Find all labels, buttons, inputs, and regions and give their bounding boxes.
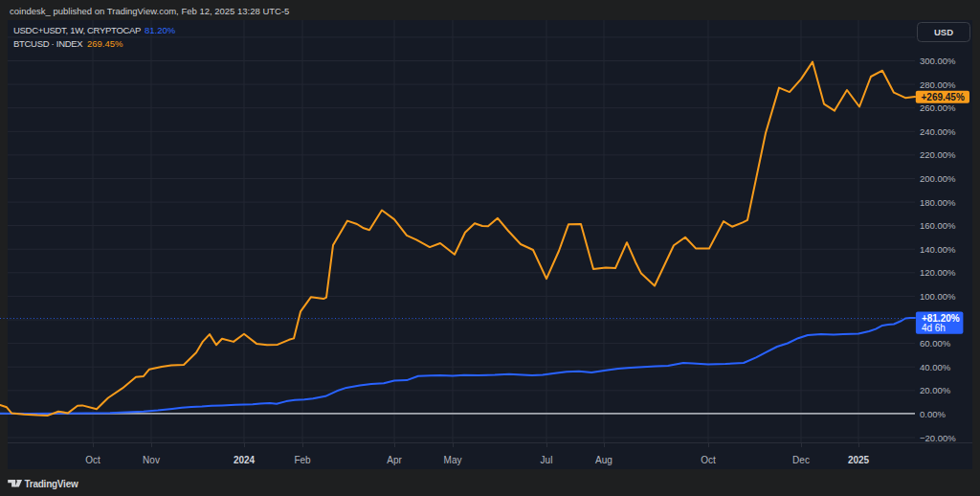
svg-text:Apr: Apr (387, 455, 402, 465)
svg-text:2024: 2024 (234, 455, 256, 465)
svg-text:USDC+USDT, 1W, CRYPTOCAP: USDC+USDT, 1W, CRYPTOCAP (13, 25, 141, 35)
svg-text:0.00%: 0.00% (920, 409, 946, 419)
svg-text:81.20%: 81.20% (145, 25, 176, 35)
svg-text:140.00%: 140.00% (920, 244, 956, 255)
svg-text:Oct: Oct (85, 455, 100, 465)
svg-text:Oct: Oct (701, 455, 716, 465)
svg-text:Aug: Aug (595, 455, 612, 465)
svg-text:4d 6h: 4d 6h (922, 323, 946, 333)
svg-text:USD: USD (934, 27, 953, 37)
svg-text:2025: 2025 (848, 455, 870, 465)
svg-text:Feb: Feb (294, 455, 311, 465)
svg-text:TradingView: TradingView (25, 479, 78, 489)
svg-text:100.00%: 100.00% (920, 291, 956, 302)
svg-text:120.00%: 120.00% (920, 267, 956, 278)
svg-text:260.00%: 260.00% (920, 102, 956, 113)
svg-text:Nov: Nov (143, 455, 160, 465)
svg-text:60.00%: 60.00% (920, 338, 951, 349)
svg-text:180.00%: 180.00% (920, 197, 956, 208)
svg-text:220.00%: 220.00% (920, 149, 956, 160)
svg-text:200.00%: 200.00% (920, 173, 956, 184)
svg-text:280.00%: 280.00% (920, 79, 956, 90)
svg-text:Dec: Dec (792, 455, 810, 465)
svg-text:BTCUSD · INDEX: BTCUSD · INDEX (13, 38, 83, 49)
svg-text:Jul: Jul (541, 455, 553, 465)
svg-text:269.45%: 269.45% (87, 38, 123, 49)
svg-text:−20.00%: −20.00% (920, 433, 956, 443)
svg-text:20.00%: 20.00% (920, 385, 951, 395)
svg-text:+269.45%: +269.45% (922, 92, 965, 102)
svg-text:300.00%: 300.00% (920, 56, 956, 66)
svg-text:+81.20%: +81.20% (922, 313, 960, 324)
svg-text:May: May (444, 455, 462, 465)
svg-text:40.00%: 40.00% (920, 362, 951, 372)
svg-text:240.00%: 240.00% (920, 126, 956, 137)
svg-text:160.00%: 160.00% (920, 220, 956, 231)
svg-text:coindesk_ published on Trading: coindesk_ published on TradingView.com, … (10, 6, 289, 16)
